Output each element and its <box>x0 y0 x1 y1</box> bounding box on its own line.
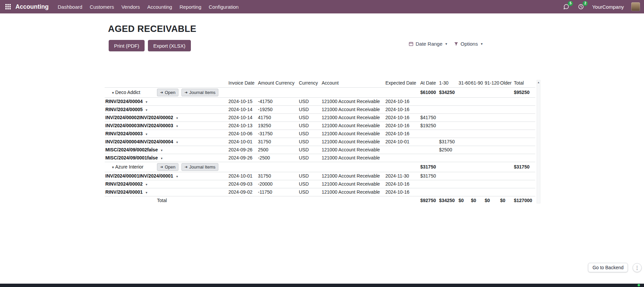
journal-items-button[interactable]: ➜Journal Items <box>181 89 218 96</box>
days-31-60-cell <box>459 180 471 188</box>
open-button[interactable]: ➜Open <box>157 89 178 96</box>
days-31-60-cell <box>459 138 471 146</box>
at-date-cell: $61000 <box>420 87 439 97</box>
app-brand[interactable]: Accounting <box>15 3 49 10</box>
export-xlsx-button[interactable]: Export (XLSX) <box>148 40 191 51</box>
line-actions-caret-icon[interactable]: ▾ <box>146 183 147 186</box>
name-cell: ▾Deco Addict <box>105 87 156 97</box>
line-row: MISC/2024/09/0002false▾2024-09-262500USD… <box>105 146 535 154</box>
invoice-date-cell: 2024-09-26 <box>228 146 258 154</box>
move-name-link[interactable]: RINV/2024/00003 <box>105 131 143 136</box>
move-name-link[interactable]: RINV/2024/00001 <box>105 189 143 195</box>
total-cell: $127000 <box>514 196 535 204</box>
table-scrollbar[interactable]: ▲ <box>537 80 540 203</box>
menu-item-reporting[interactable]: Reporting <box>176 1 205 13</box>
move-name-link[interactable]: INV/2024/00002INV/2024/00002 <box>105 115 173 120</box>
group-caret-icon[interactable]: ▾ <box>112 165 114 169</box>
apps-menu-button[interactable] <box>3 3 13 11</box>
table-header-row: Invoice Date Amount Currency Currency Ac… <box>105 80 535 87</box>
currency-cell: USD <box>299 113 322 122</box>
move-name-link[interactable]: RINV/2024/00005 <box>105 107 143 112</box>
open-button[interactable]: ➜Open <box>157 163 178 171</box>
menu-item-configuration[interactable]: Configuration <box>205 1 242 13</box>
days-91-120-cell <box>485 130 500 138</box>
move-name-link[interactable]: INV/2024/00003INV/2024/00003 <box>105 123 173 128</box>
line-actions-caret-icon[interactable]: ▾ <box>161 156 162 160</box>
amount-currency-cell <box>258 87 299 97</box>
amount-currency-cell <box>258 196 299 204</box>
name-cell: INV/2024/00004INV/2024/00004▾ <box>105 138 156 146</box>
amount-currency-cell: 19250 <box>258 122 299 130</box>
line-actions-caret-icon[interactable]: ▾ <box>176 175 178 178</box>
group-caret-icon[interactable]: ▾ <box>112 91 114 95</box>
line-row: RINV/2024/00001▾2024-09-02-11750USD12100… <box>105 188 535 196</box>
days-91-120-cell <box>485 162 500 172</box>
move-name-link[interactable]: RINV/2024/00004 <box>105 99 143 104</box>
arrow-right-icon: ➜ <box>160 165 163 169</box>
older-cell <box>500 146 514 154</box>
days-91-120-cell <box>485 154 500 162</box>
line-actions-caret-icon[interactable]: ▾ <box>146 100 147 104</box>
date-range-filter[interactable]: Date Range ▼ <box>409 41 448 47</box>
actions-cell: ➜Open➜Journal Items <box>156 162 228 172</box>
navbar-right: 5 2 YourCompany <box>562 2 641 11</box>
total-cell <box>514 172 535 180</box>
invoice-date-cell <box>228 162 258 172</box>
line-row: INV/2024/00004INV/2024/00004▾2024-10-013… <box>105 138 535 146</box>
older-cell <box>500 105 514 113</box>
col-header-1-30: 1-30 <box>439 80 459 87</box>
account-cell: 121000 Account Receivable <box>322 105 385 113</box>
line-actions-caret-icon[interactable]: ▾ <box>176 116 178 120</box>
move-name-link[interactable]: INV/2024/00001INV/2024/00001 <box>105 173 173 179</box>
line-actions-caret-icon[interactable]: ▾ <box>161 148 162 152</box>
line-actions-caret-icon[interactable]: ▾ <box>176 124 178 128</box>
scroll-up-icon[interactable]: ▲ <box>537 80 540 84</box>
col-header-91-120: 91-120 <box>485 80 500 87</box>
menu-item-vendors[interactable]: Vendors <box>118 1 144 13</box>
company-menu[interactable]: YourCompany <box>592 4 624 10</box>
more-options-button[interactable]: ⋮ <box>633 263 642 272</box>
move-name-link[interactable]: MISC/2024/09/0002false <box>105 147 158 152</box>
move-name-link[interactable]: MISC/2024/09/0001false <box>105 155 158 160</box>
line-row: INV/2024/00002INV/2024/00002▾2024-10-144… <box>105 113 535 122</box>
expected-date-cell <box>385 154 420 162</box>
days-61-90-cell <box>471 188 485 196</box>
account-cell: 121000 Account Receivable <box>322 113 385 122</box>
expected-date-cell: 2024-10-16 <box>385 97 420 105</box>
messages-button[interactable]: 5 <box>562 3 570 10</box>
older-cell <box>500 172 514 180</box>
menu-item-dashboard[interactable]: Dashboard <box>54 1 86 13</box>
days-31-60-cell: $0 <box>459 196 471 204</box>
activities-button[interactable]: 2 <box>577 3 585 10</box>
currency-cell: USD <box>299 180 322 188</box>
user-avatar[interactable] <box>631 2 640 11</box>
days-31-60-cell <box>459 188 471 196</box>
line-actions-caret-icon[interactable]: ▾ <box>146 132 147 136</box>
menu-item-customers[interactable]: Customers <box>86 1 118 13</box>
partner-name[interactable]: Azure Interior <box>115 164 144 170</box>
days-91-120-cell <box>485 172 500 180</box>
col-header-61-90: 61-90 <box>471 80 485 87</box>
total-cell <box>514 105 535 113</box>
line-actions-caret-icon[interactable]: ▾ <box>146 191 147 194</box>
arrow-right-icon: ➜ <box>184 90 187 95</box>
partner-name[interactable]: Deco Addict <box>115 90 141 95</box>
amount-currency-cell: -19250 <box>258 105 299 113</box>
button-label: Open <box>165 90 175 95</box>
col-header-account: Account <box>322 80 385 87</box>
move-name-link[interactable]: INV/2024/00004INV/2024/00004 <box>105 139 173 144</box>
days-91-120-cell <box>485 105 500 113</box>
col-header-amount-currency: Amount Currency <box>258 80 299 87</box>
menu-item-accounting[interactable]: Accounting <box>144 1 176 13</box>
journal-items-button[interactable]: ➜Journal Items <box>181 163 218 171</box>
go-to-backend-button[interactable]: Go to Backend <box>588 263 628 272</box>
currency-cell: USD <box>299 122 322 130</box>
backend-controls: Go to Backend ⋮ <box>588 263 642 272</box>
line-actions-caret-icon[interactable]: ▾ <box>176 140 178 144</box>
line-actions-caret-icon[interactable]: ▾ <box>146 108 147 112</box>
days-31-60-cell <box>459 113 471 122</box>
actions-cell <box>156 130 228 138</box>
options-filter[interactable]: Options ▼ <box>454 41 483 47</box>
move-name-link[interactable]: RINV/2024/00002 <box>105 181 143 187</box>
print-pdf-button[interactable]: Print (PDF) <box>109 40 145 51</box>
